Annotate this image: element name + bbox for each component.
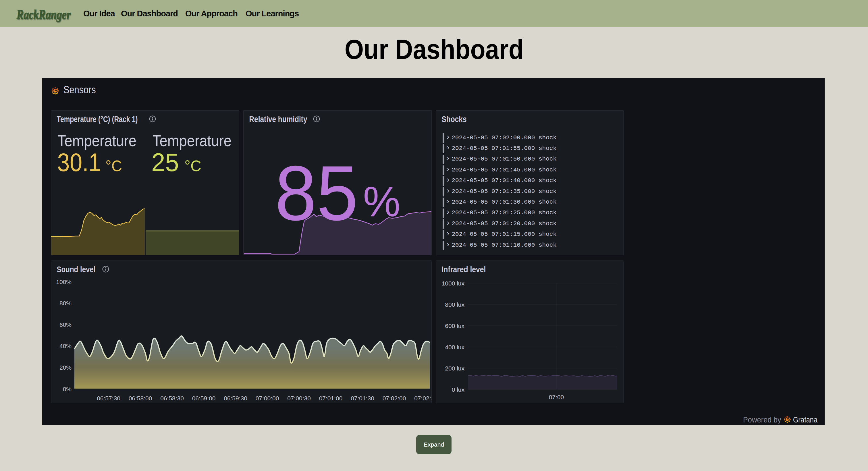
svg-text:°C: °C [184,157,202,174]
svg-text:80%: 80% [59,300,71,307]
svg-text:06:59:30: 06:59:30 [224,395,247,402]
svg-text:100%: 100% [56,279,71,285]
svg-text:0 lux: 0 lux [452,386,465,393]
svg-text:07:00: 07:00 [549,394,564,400]
svg-text:Infrared level: Infrared level [442,265,486,274]
svg-text:60%: 60% [59,321,71,328]
svg-text:07:02:30: 07:02:30 [414,395,431,402]
svg-text:85: 85 [275,150,358,237]
svg-text:07:02:00: 07:02:00 [382,395,406,402]
svg-text:06:59:00: 06:59:00 [192,395,216,402]
svg-text:200 lux: 200 lux [445,365,464,372]
svg-text:06:58:00: 06:58:00 [129,395,152,402]
svg-text:400 lux: 400 lux [445,344,464,350]
svg-text:1000 lux: 1000 lux [442,280,465,287]
svg-text:Relative humidity: Relative humidity [249,115,307,124]
svg-text:06:57:30: 06:57:30 [97,395,120,402]
svg-text:25: 25 [151,148,179,177]
svg-text:Temperature (°C) (Rack 1): Temperature (°C) (Rack 1) [57,115,138,124]
svg-text:07:01:30: 07:01:30 [351,395,374,402]
svg-text:07:00:30: 07:00:30 [287,395,311,402]
svg-text:600 lux: 600 lux [445,322,464,329]
svg-text:30.1: 30.1 [57,148,101,177]
svg-text:Sound level: Sound level [57,265,96,274]
svg-text:Temperature: Temperature [57,131,136,150]
svg-text:0%: 0% [63,386,71,392]
svg-text:07:01:00: 07:01:00 [319,395,343,402]
svg-text:Shocks: Shocks [442,115,467,124]
svg-text:Temperature: Temperature [153,131,231,150]
svg-text:20%: 20% [59,364,71,371]
svg-text:°C: °C [105,157,122,174]
svg-text:%: % [363,178,400,225]
svg-text:40%: 40% [59,343,71,349]
svg-text:06:58:30: 06:58:30 [160,395,184,402]
svg-text:800 lux: 800 lux [445,301,464,308]
svg-text:07:00:00: 07:00:00 [256,395,279,402]
